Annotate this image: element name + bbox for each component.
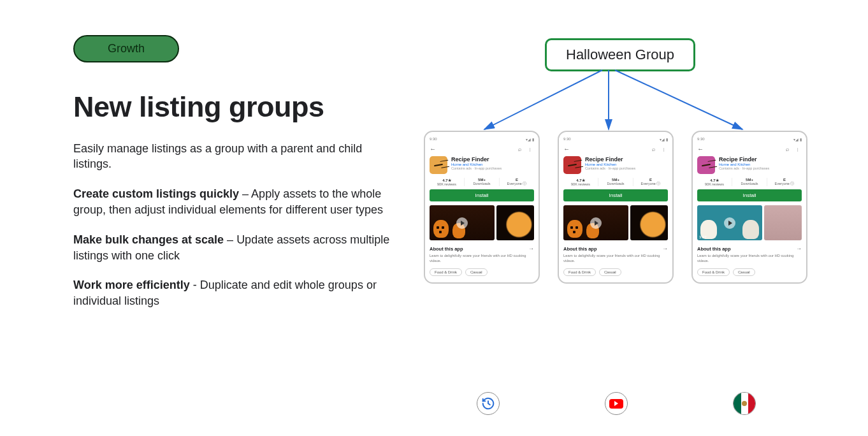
bullet-1: Create custom listings quickly – Apply a… (73, 186, 398, 218)
media-screenshot[interactable] (630, 205, 668, 240)
status-time: 9:30 (563, 137, 571, 142)
bullet-1-title: Create custom listings quickly (73, 187, 239, 200)
about-title: About this app (697, 246, 731, 252)
install-button[interactable]: Install (430, 189, 534, 201)
media-carousel[interactable] (563, 205, 668, 240)
app-subinfo: Contains ads · In-app purchases (719, 166, 769, 170)
about-text: Learn to delightfully scare your friends… (563, 254, 668, 263)
about-arrow-icon[interactable]: → (796, 245, 802, 252)
media-video[interactable] (430, 205, 495, 240)
bullet-2-title: Make bulk changes at scale (73, 233, 224, 246)
status-icons: ▾◢ ▮ (526, 137, 534, 142)
slide-heading: New listing groups (73, 91, 398, 123)
media-video[interactable] (563, 205, 628, 240)
tag-chip[interactable]: Food & Drink (697, 268, 730, 276)
bullet-3: Work more efficiently - Duplicate and ed… (73, 277, 398, 309)
media-carousel[interactable]: 3:27 (697, 205, 802, 240)
phone-mockup: 9:30▾◢ ▮ ← ⌕ ⋮ Recipe Finder Home and Ki… (691, 131, 807, 284)
more-icon[interactable]: ⋮ (662, 146, 668, 152)
app-subinfo: Contains ads · In-app purchases (585, 166, 635, 170)
bullet-3-title: Work more efficiently (73, 279, 190, 291)
more-icon[interactable]: ⋮ (796, 146, 802, 152)
status-icons: ▾◢ ▮ (793, 137, 802, 142)
search-icon[interactable]: ⌕ (652, 146, 658, 152)
tag-chip[interactable]: Casual (465, 268, 488, 276)
media-carousel[interactable] (430, 205, 534, 240)
media-video[interactable]: 3:27 (697, 205, 762, 240)
install-button[interactable]: Install (563, 189, 668, 201)
back-icon[interactable]: ← (697, 145, 704, 152)
media-screenshot[interactable] (496, 205, 534, 240)
about-text: Learn to delightfully scare your friends… (697, 254, 802, 263)
category-pill: Growth (73, 35, 179, 62)
svg-line-0 (484, 70, 602, 129)
tag-chip[interactable]: Food & Drink (430, 268, 462, 276)
app-stats: 4.7★90K reviews 5M+Downloads EEveryone ⓘ (697, 178, 802, 186)
install-button[interactable]: Install (697, 189, 802, 201)
status-icons: ▾◢ ▮ (660, 137, 668, 142)
app-name: Recipe Finder (719, 156, 769, 163)
app-name: Recipe Finder (451, 156, 502, 163)
search-icon[interactable]: ⌕ (786, 146, 792, 152)
play-icon[interactable] (724, 217, 735, 229)
app-name: Recipe Finder (585, 156, 635, 163)
app-stats: 4.7★90K reviews 5M+Downloads EEveryone ⓘ (563, 178, 668, 186)
phone-mockup: 9:30▾◢ ▮ ← ⌕ ⋮ Recipe Finder Home and Ki… (558, 131, 674, 284)
tag-chip[interactable]: Casual (733, 268, 755, 276)
play-icon[interactable] (590, 217, 602, 229)
svg-line-2 (615, 70, 742, 129)
slide-description: Easily manage listings as a group with a… (73, 141, 398, 173)
app-stats: 4.7★90K reviews 5M+Downloads EEveryone ⓘ (430, 178, 534, 186)
about-title: About this app (430, 246, 463, 252)
youtube-icon (605, 392, 628, 415)
app-icon (697, 156, 715, 174)
media-screenshot[interactable] (764, 205, 802, 240)
search-icon[interactable]: ⌕ (518, 146, 524, 152)
status-time: 9:30 (697, 137, 705, 142)
about-arrow-icon[interactable]: → (662, 245, 668, 252)
app-icon (563, 156, 581, 174)
back-icon[interactable]: ← (430, 145, 436, 152)
parent-group-label: Halloween Group (545, 38, 695, 71)
play-icon[interactable] (456, 217, 468, 229)
back-icon[interactable]: ← (563, 145, 570, 152)
mexico-flag-icon (733, 392, 756, 415)
about-text: Learn to delightfully scare your friends… (430, 254, 534, 263)
tag-chip[interactable]: Food & Drink (563, 268, 596, 276)
tag-chip[interactable]: Casual (599, 268, 621, 276)
about-title: About this app (563, 246, 597, 252)
history-icon (477, 392, 500, 415)
bullet-2: Make bulk changes at scale – Update asse… (73, 232, 398, 264)
app-icon (430, 156, 447, 174)
status-time: 9:30 (430, 137, 437, 142)
more-icon[interactable]: ⋮ (528, 146, 534, 152)
about-arrow-icon[interactable]: → (528, 245, 534, 252)
app-subinfo: Contains ads · In-app purchases (451, 166, 502, 170)
phone-mockup: 9:30▾◢ ▮ ← ⌕ ⋮ Recipe Finder Home and Ki… (424, 131, 540, 284)
